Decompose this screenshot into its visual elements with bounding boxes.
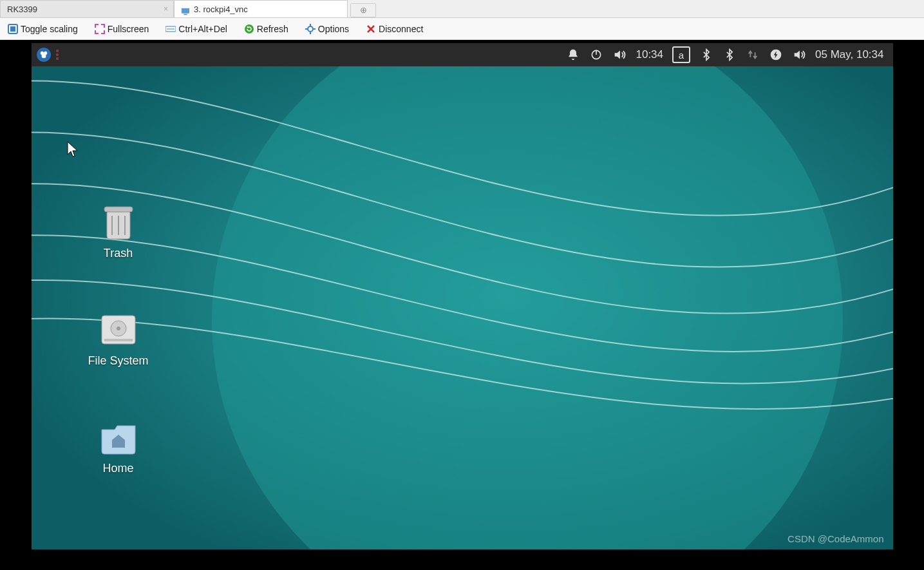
ctrl-alt-del-button[interactable]: Ctrl+Alt+Del — [165, 24, 227, 34]
toggle-scaling-button[interactable]: Toggle scaling — [8, 24, 78, 34]
desktop-icon-filesystem[interactable]: File System — [73, 312, 164, 368]
close-icon — [366, 24, 376, 34]
network-icon[interactable] — [746, 48, 760, 62]
bluetooth-locked-icon[interactable] — [699, 48, 713, 62]
volume-icon-2[interactable] — [792, 48, 806, 62]
tab-label: RK3399 — [7, 1, 37, 18]
keyboard-layout-indicator[interactable]: a — [672, 46, 690, 63]
icon-label: Home — [102, 462, 133, 475]
top-panel: 10:34 a 05 May, 10:34 — [32, 43, 893, 66]
datetime-clock[interactable]: 05 May, 10:34 — [815, 48, 883, 61]
refresh-icon — [244, 24, 254, 34]
keyboard-icon — [165, 24, 176, 34]
svg-rect-21 — [104, 207, 133, 212]
battery-charging-icon[interactable] — [769, 48, 783, 62]
whisker-menu-button[interactable] — [37, 48, 51, 62]
power-settings-icon[interactable] — [589, 48, 603, 62]
close-icon[interactable]: × — [164, 1, 168, 18]
desktop-icons: Trash File System Home — [73, 204, 164, 475]
fullscreen-icon — [95, 24, 105, 34]
home-folder-icon — [98, 419, 139, 455]
tab-rk3399[interactable]: RK3399 × — [0, 0, 174, 17]
browser-tabstrip: RK3399 × 3. rockpi4_vnc ⊕ — [0, 0, 924, 18]
toggle-scaling-icon — [8, 24, 18, 34]
panel-separator-icon — [56, 50, 60, 60]
notification-bell-icon[interactable] — [566, 48, 580, 62]
btn-label: Ctrl+Alt+Del — [178, 24, 227, 34]
icon-label: File System — [88, 354, 148, 368]
svg-rect-0 — [182, 8, 189, 14]
trash-icon — [98, 204, 139, 240]
tab-label: 3. rockpi4_vnc — [194, 1, 248, 18]
svg-rect-3 — [10, 26, 15, 32]
svg-point-27 — [117, 327, 120, 330]
btn-label: Fullscreen — [108, 24, 149, 34]
desktop-icon-trash[interactable]: Trash — [73, 204, 164, 260]
gear-icon — [305, 24, 316, 34]
display-icon — [181, 5, 190, 14]
kbd-layout-label: a — [679, 50, 684, 61]
svg-rect-1 — [184, 14, 187, 15]
remote-viewport: 10:34 a 05 May, 10:34 — [0, 40, 924, 570]
fullscreen-button[interactable]: Fullscreen — [95, 24, 149, 34]
btn-label: Refresh — [257, 24, 288, 34]
refresh-button[interactable]: Refresh — [244, 24, 288, 34]
disconnect-button[interactable]: Disconnect — [366, 24, 423, 34]
new-tab-button[interactable]: ⊕ — [350, 3, 376, 17]
tab-rockpi4-vnc[interactable]: 3. rockpi4_vnc — [174, 0, 348, 17]
svg-point-6 — [245, 24, 254, 33]
svg-point-13 — [212, 43, 843, 549]
volume-icon[interactable] — [612, 48, 627, 62]
watermark: CSDN @CodeAmmon — [787, 533, 883, 544]
btn-label: Options — [318, 24, 349, 34]
clock-short[interactable]: 10:34 — [636, 48, 663, 61]
svg-point-7 — [308, 26, 313, 32]
icon-label: Trash — [104, 247, 133, 260]
svg-point-16 — [41, 53, 46, 58]
vnc-toolbar: Toggle scaling Fullscreen Ctrl+Alt+Del R… — [0, 18, 924, 40]
btn-label: Toggle scaling — [21, 24, 78, 34]
svg-rect-28 — [104, 339, 133, 341]
remote-desktop[interactable]: 10:34 a 05 May, 10:34 — [32, 43, 893, 549]
btn-label: Disconnect — [379, 24, 423, 34]
harddrive-icon — [98, 312, 139, 348]
options-button[interactable]: Options — [305, 24, 349, 34]
desktop-icon-home[interactable]: Home — [73, 419, 164, 475]
bluetooth-icon[interactable] — [722, 48, 737, 62]
